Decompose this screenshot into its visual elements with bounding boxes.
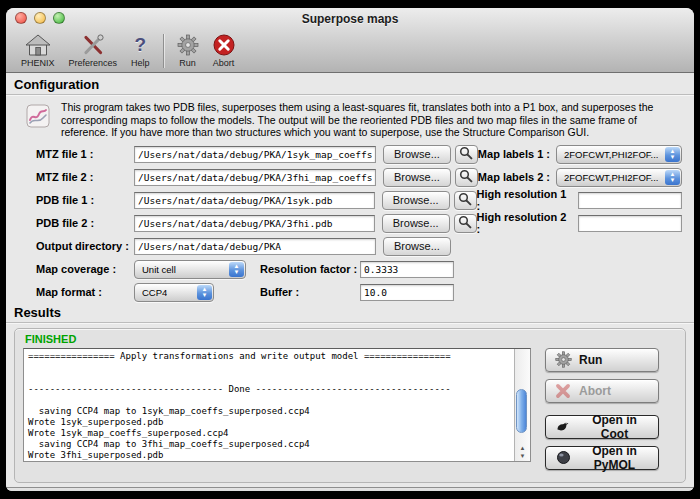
output-directory-browse-button[interactable]: Browse... xyxy=(383,237,451,256)
pdb-file-2-browse-button[interactable]: Browse... xyxy=(382,214,450,233)
high-resolution-2-group: High resolution 2 : xyxy=(477,211,682,235)
mtz-file-1-inspect-button[interactable] xyxy=(455,145,478,164)
pdb-file-1-browse-button[interactable]: Browse... xyxy=(382,191,450,210)
pymol-icon xyxy=(554,450,572,465)
map-labels-2-label: Map labels 2 : xyxy=(478,171,550,183)
toolbar-separator xyxy=(163,34,164,68)
mtz-file-2-row: MTZ file 2 : Browse... Map labels 2 : 2F… xyxy=(36,168,682,187)
app-window: Superpose maps PHENIX xyxy=(6,8,694,491)
console-scrollbar-thumb[interactable] xyxy=(516,389,527,433)
map-labels-1-value: 2FOFCWT,PHI2FOF... xyxy=(564,149,658,160)
high-resolution-2-input[interactable] xyxy=(578,215,682,232)
pdb-file-2-label: PDB file 2 : xyxy=(36,217,134,229)
map-labels-1-combo[interactable]: 2FOFCWT,PHI2FOF... ▲▼ xyxy=(556,145,682,164)
open-in-coot-label: Open in Coot xyxy=(579,413,650,441)
preferences-tools-icon xyxy=(81,33,105,57)
abort-button[interactable]: Abort xyxy=(545,379,659,403)
program-description-row: This program takes two PDB files, superp… xyxy=(26,101,678,139)
mtz-file-1-row: MTZ file 1 : Browse... Map labels 1 : 2F… xyxy=(36,145,682,164)
high-resolution-1-input[interactable] xyxy=(578,192,682,209)
toolbar-help-label: Help xyxy=(131,58,150,68)
map-coverage-combo[interactable]: Unit cell ▲▼ xyxy=(134,260,246,279)
pdb-file-1-inspect-button[interactable] xyxy=(454,191,477,210)
toolbar-run-button[interactable]: Run xyxy=(170,31,206,71)
resize-grip-icon[interactable] xyxy=(679,491,692,492)
toolbar-help-button[interactable]: ? Help xyxy=(124,31,157,71)
toolbar-phenix-label: PHENIX xyxy=(21,58,55,68)
high-resolution-2-label: High resolution 2 : xyxy=(477,211,572,235)
scroll-down-icon[interactable]: ▼ xyxy=(520,452,526,460)
buffer-input[interactable] xyxy=(360,284,454,301)
program-description: This program takes two PDB files, superp… xyxy=(61,101,678,139)
traffic-lights xyxy=(15,12,65,24)
map-coverage-label: Map coverage : xyxy=(36,263,134,275)
zoom-window-button[interactable] xyxy=(53,12,65,24)
combo-stepper-icon[interactable]: ▲▼ xyxy=(197,285,212,300)
toolbar-phenix-button[interactable]: PHENIX xyxy=(14,31,62,71)
open-in-coot-button[interactable]: Open in Coot xyxy=(545,415,659,439)
open-in-pymol-button[interactable]: Open in PyMOL xyxy=(545,446,659,470)
run-gear-icon xyxy=(177,33,199,57)
map-coverage-row: Map coverage : Unit cell ▲▼ Resolution f… xyxy=(36,260,682,279)
log-console-text: ================ Apply transformations a… xyxy=(24,349,530,462)
close-window-button[interactable] xyxy=(15,12,27,24)
pdb-file-2-row: PDB file 2 : Browse... High resolution 2… xyxy=(36,214,682,233)
toolbar-preferences-label: Preferences xyxy=(69,58,118,68)
phenix-home-icon xyxy=(25,33,51,57)
mtz-file-2-input[interactable] xyxy=(134,169,376,186)
map-coverage-combo-slot: Unit cell ▲▼ xyxy=(134,260,254,279)
status-finished: FINISHED xyxy=(25,333,677,345)
pdb-file-2-input[interactable] xyxy=(134,215,375,232)
run-button[interactable]: Run xyxy=(545,348,659,372)
pdb-file-2-inspect-button[interactable] xyxy=(454,214,477,233)
console-scrollbar-arrows[interactable]: ▲▼ xyxy=(515,444,530,460)
toolbar-run-label: Run xyxy=(179,58,196,68)
window-title: Superpose maps xyxy=(6,12,694,26)
results-header: Results xyxy=(14,305,694,320)
title-bar[interactable]: Superpose maps xyxy=(6,8,694,29)
map-labels-1-group: Map labels 1 : 2FOFCWT,PHI2FOF... ▲▼ xyxy=(478,145,682,164)
combo-stepper-icon[interactable]: ▲▼ xyxy=(229,262,244,277)
configuration-header: Configuration xyxy=(14,77,694,92)
resolution-factor-label: Resolution factor : xyxy=(260,263,360,275)
output-directory-label: Output directory : xyxy=(36,240,134,252)
window-chrome: Superpose maps PHENIX xyxy=(6,8,694,73)
minimize-window-button[interactable] xyxy=(34,12,46,24)
mtz-file-2-browse-button[interactable]: Browse... xyxy=(383,168,451,187)
mtz-file-1-browse-button[interactable]: Browse... xyxy=(383,145,451,164)
abort-icon xyxy=(213,33,235,57)
buffer-label: Buffer : xyxy=(260,286,360,298)
mtz-file-2-inspect-button[interactable] xyxy=(455,168,478,187)
combo-stepper-icon[interactable]: ▲▼ xyxy=(665,170,680,185)
magnifier-icon xyxy=(459,146,473,162)
magnifier-icon xyxy=(458,215,472,231)
map-format-value: CCP4 xyxy=(142,287,167,298)
map-format-row: Map format : CCP4 ▲▼ Buffer : xyxy=(36,283,682,302)
pdb-file-1-input[interactable] xyxy=(134,192,375,209)
output-directory-input[interactable] xyxy=(134,238,376,255)
mtz-file-1-input[interactable] xyxy=(134,146,376,163)
resolution-factor-input[interactable] xyxy=(360,261,454,278)
combo-stepper-icon[interactable]: ▲▼ xyxy=(665,147,680,162)
map-labels-2-combo[interactable]: 2FOFCWT,PHI2FOF... ▲▼ xyxy=(556,168,682,187)
coot-bird-icon xyxy=(554,420,572,434)
mtz-file-1-label: MTZ file 1 : xyxy=(36,148,134,160)
high-resolution-1-label: High resolution 1 : xyxy=(477,188,572,212)
toolbar: PHENIX Preferences ? Help xyxy=(6,29,694,72)
map-format-label: Map format : xyxy=(36,286,134,298)
configuration-divider xyxy=(6,94,694,96)
scroll-up-icon[interactable]: ▲ xyxy=(520,444,526,452)
magnifier-icon xyxy=(459,169,473,185)
console-scrollbar[interactable]: ▲▼ xyxy=(514,349,530,461)
mtz-file-2-label: MTZ file 2 : xyxy=(36,171,134,183)
toolbar-abort-button[interactable]: Abort xyxy=(206,31,242,71)
run-button-label: Run xyxy=(579,353,602,367)
pdb-file-1-label: PDB file 1 : xyxy=(36,194,134,206)
abort-button-label: Abort xyxy=(579,384,611,398)
map-format-combo[interactable]: CCP4 ▲▼ xyxy=(134,283,214,302)
open-in-pymol-label: Open in PyMOL xyxy=(579,444,650,472)
log-console[interactable]: ================ Apply transformations a… xyxy=(23,348,531,462)
action-buttons: Run Abort xyxy=(545,348,659,477)
toolbar-preferences-button[interactable]: Preferences xyxy=(62,31,125,71)
results-divider xyxy=(6,322,694,324)
